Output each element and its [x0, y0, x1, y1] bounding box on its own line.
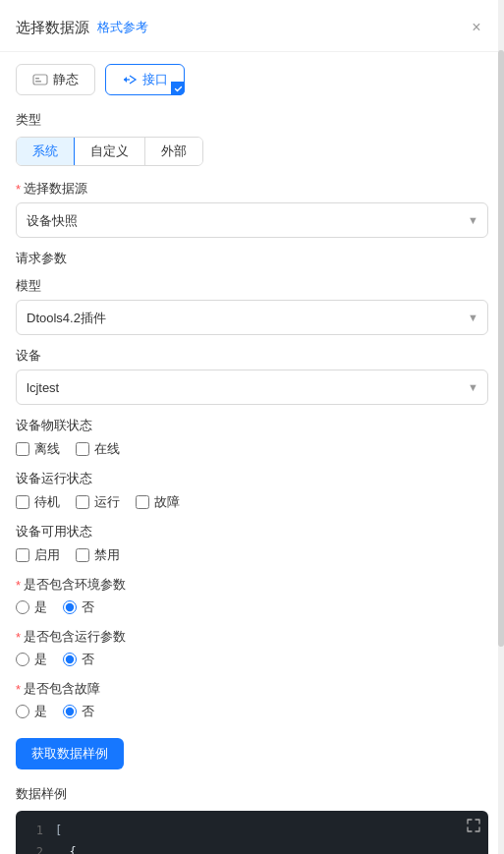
- available-disabled-checkbox[interactable]: [76, 548, 89, 562]
- fault-params-field: * 是否包含故障 是 否: [16, 680, 488, 720]
- tab-buttons: 静态 接口: [0, 52, 504, 107]
- fault-yes-item[interactable]: 是: [16, 703, 47, 720]
- datasource-select-wrapper: 设备快照 ▼: [16, 202, 488, 238]
- env-yes-item[interactable]: 是: [16, 598, 47, 616]
- env-params-label: * 是否包含环境参数: [16, 576, 488, 594]
- datasource-required: *: [16, 182, 21, 197]
- static-icon: [32, 72, 48, 87]
- type-section: 类型 系统 自定义 外部: [16, 111, 488, 166]
- dialog-title: 选择数据源 格式参考: [16, 19, 148, 37]
- iot-status-checkboxes: 离线 在线: [16, 440, 488, 458]
- type-tab-external[interactable]: 外部: [145, 138, 202, 165]
- run-fault-checkbox[interactable]: [136, 495, 149, 509]
- dialog-title-ref[interactable]: 格式参考: [97, 19, 148, 36]
- form-body: 类型 系统 自定义 外部 * 选择数据源 设备快照 ▼ 请求参数: [0, 111, 504, 854]
- datasource-select[interactable]: 设备快照: [16, 202, 488, 238]
- iot-online-item[interactable]: 在线: [76, 440, 120, 458]
- run-params-label: * 是否包含运行参数: [16, 628, 488, 646]
- run-params-radios: 是 否: [16, 651, 488, 668]
- tab-static[interactable]: 静态: [16, 64, 95, 95]
- iot-offline-label: 离线: [34, 440, 60, 458]
- tab-api-label: 接口: [142, 71, 168, 88]
- scrollbar-thumb[interactable]: [498, 50, 504, 647]
- sample-title: 数据样例: [16, 785, 488, 803]
- code-block: 1 2 3 4 5 6 7 [ { "dk": "dk1", "mk": "mk…: [16, 811, 488, 854]
- fault-no-radio[interactable]: [63, 705, 77, 718]
- model-select[interactable]: Dtools4.2插件: [16, 300, 488, 335]
- close-button[interactable]: ×: [465, 16, 488, 39]
- iot-offline-item[interactable]: 离线: [16, 440, 60, 458]
- fault-no-label: 否: [82, 703, 94, 720]
- code-content: [ { "dk": "dk1", "mk": "mk1", "ixs": { "…: [55, 821, 218, 854]
- available-status-label: 设备可用状态: [16, 523, 488, 541]
- run-fault-label: 故障: [154, 493, 180, 511]
- run-status-field: 设备运行状态 待机 运行 故障: [16, 470, 488, 511]
- active-checkmark: [171, 82, 185, 95]
- run-no-label: 否: [82, 651, 94, 668]
- available-disabled-item[interactable]: 禁用: [76, 546, 120, 564]
- fault-yes-radio[interactable]: [16, 705, 29, 718]
- env-no-label: 否: [82, 598, 94, 616]
- type-label: 类型: [16, 111, 488, 129]
- available-status-checkboxes: 启用 禁用: [16, 546, 488, 564]
- run-status-label: 设备运行状态: [16, 470, 488, 487]
- available-enabled-item[interactable]: 启用: [16, 546, 60, 564]
- available-status-field: 设备可用状态 启用 禁用: [16, 523, 488, 564]
- request-params-title: 请求参数: [16, 250, 488, 267]
- run-params-field: * 是否包含运行参数 是 否: [16, 628, 488, 668]
- dialog: 选择数据源 格式参考 × 静态: [0, 0, 504, 854]
- dialog-title-main: 选择数据源: [16, 19, 89, 37]
- type-tab-system[interactable]: 系统: [17, 138, 75, 165]
- iot-online-checkbox[interactable]: [76, 442, 89, 456]
- fault-params-radios: 是 否: [16, 703, 488, 720]
- device-field: 设备 lcjtest ▼: [16, 347, 488, 405]
- device-select-wrapper: lcjtest ▼: [16, 370, 488, 405]
- iot-offline-checkbox[interactable]: [16, 442, 29, 456]
- env-yes-label: 是: [34, 598, 47, 616]
- run-yes-radio[interactable]: [16, 653, 29, 666]
- code-lines: 1 2 3 4 5 6 7 [ { "dk": "dk1", "mk": "mk…: [29, 821, 475, 854]
- available-enabled-label: 启用: [34, 546, 60, 564]
- run-yes-label: 是: [34, 651, 47, 668]
- svg-rect-0: [33, 75, 47, 85]
- scrollbar-track[interactable]: [498, 0, 504, 854]
- iot-status-label: 设备物联状态: [16, 417, 488, 434]
- tab-api[interactable]: 接口: [105, 64, 185, 95]
- device-select[interactable]: lcjtest: [16, 370, 488, 405]
- model-select-wrapper: Dtools4.2插件 ▼: [16, 300, 488, 335]
- expand-icon[interactable]: [467, 819, 480, 835]
- available-enabled-checkbox[interactable]: [16, 548, 29, 562]
- fetch-btn[interactable]: 获取数据样例: [16, 738, 124, 769]
- run-standby-item[interactable]: 待机: [16, 493, 60, 511]
- env-no-radio[interactable]: [63, 600, 77, 614]
- run-status-checkboxes: 待机 运行 故障: [16, 493, 488, 511]
- run-running-label: 运行: [94, 493, 120, 511]
- run-running-checkbox[interactable]: [76, 495, 89, 509]
- device-label: 设备: [16, 347, 488, 365]
- tab-static-label: 静态: [53, 71, 79, 88]
- iot-status-field: 设备物联状态 离线 在线: [16, 417, 488, 458]
- fault-no-item[interactable]: 否: [63, 703, 94, 720]
- datasource-label: * 选择数据源: [16, 180, 488, 198]
- env-params-field: * 是否包含环境参数 是 否: [16, 576, 488, 616]
- run-running-item[interactable]: 运行: [76, 493, 120, 511]
- env-params-radios: 是 否: [16, 598, 488, 616]
- env-no-item[interactable]: 否: [63, 598, 94, 616]
- env-yes-radio[interactable]: [16, 600, 29, 614]
- dialog-header: 选择数据源 格式参考 ×: [0, 0, 504, 52]
- svg-rect-1: [35, 78, 39, 80]
- model-label: 模型: [16, 277, 488, 295]
- run-no-item[interactable]: 否: [63, 651, 94, 668]
- type-tab-custom[interactable]: 自定义: [75, 138, 145, 165]
- iot-online-label: 在线: [94, 440, 120, 458]
- model-field: 模型 Dtools4.2插件 ▼: [16, 277, 488, 335]
- type-tabs: 系统 自定义 外部: [16, 137, 203, 166]
- api-icon: [122, 72, 138, 87]
- fault-yes-label: 是: [34, 703, 47, 720]
- run-no-radio[interactable]: [63, 653, 77, 666]
- svg-rect-2: [35, 81, 41, 83]
- run-fault-item[interactable]: 故障: [136, 493, 180, 511]
- run-yes-item[interactable]: 是: [16, 651, 47, 668]
- line-numbers: 1 2 3 4 5 6 7: [29, 821, 43, 854]
- run-standby-checkbox[interactable]: [16, 495, 29, 509]
